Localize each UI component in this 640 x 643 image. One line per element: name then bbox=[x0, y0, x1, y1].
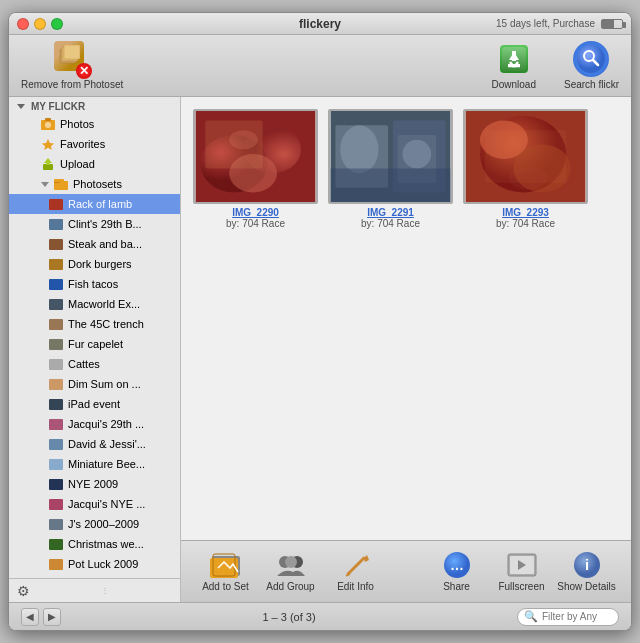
sidebar-item-ipad[interactable]: iPad event bbox=[9, 394, 180, 414]
search-flickr-button[interactable]: Search flickr bbox=[564, 41, 619, 90]
sidebar-item-js2000[interactable]: J's 2000–2009 bbox=[9, 514, 180, 534]
photo-thumb-img2291 bbox=[328, 109, 453, 204]
potluck-label: Pot Luck 2009 bbox=[68, 558, 138, 570]
nye-label: NYE 2009 bbox=[68, 478, 118, 490]
sidebar-item-jacquis-nye[interactable]: Jacqui's NYE ... bbox=[9, 494, 180, 514]
sidebar-item-dim-sum[interactable]: Dim Sum on ... bbox=[9, 374, 180, 394]
svg-rect-34 bbox=[49, 419, 63, 430]
sidebar-item-pot-luck[interactable]: Pot Luck 2009 bbox=[9, 554, 180, 574]
add-to-set-icon bbox=[210, 551, 242, 579]
rack-label: Rack of lamb bbox=[68, 198, 132, 210]
photo-item-img2290[interactable]: IMG_2290 by: 704 Race bbox=[193, 109, 318, 229]
show-details-label: Show Details bbox=[557, 581, 615, 592]
filter-box[interactable]: 🔍 bbox=[517, 608, 619, 626]
nav-prev[interactable]: ◀ ▶ bbox=[21, 608, 61, 626]
show-details-icon: i bbox=[571, 551, 603, 579]
photo-item-img2293[interactable]: IMG_2293 by: 704 Race bbox=[463, 109, 588, 229]
next-button[interactable]: ▶ bbox=[43, 608, 61, 626]
macworld-thumb bbox=[49, 297, 63, 311]
sidebar-item-clints[interactable]: Clint's 29th B... bbox=[9, 214, 180, 234]
sidebar-item-45c-trench[interactable]: The 45C trench bbox=[9, 314, 180, 334]
svg-rect-57 bbox=[331, 168, 451, 202]
steak-label: Steak and ba... bbox=[68, 238, 142, 250]
settings-button[interactable]: ⚙ bbox=[13, 581, 33, 601]
sidebar-item-macworld[interactable]: Macworld Ex... bbox=[9, 294, 180, 314]
svg-rect-36 bbox=[49, 459, 63, 470]
miniature-label: Miniature Bee... bbox=[68, 458, 145, 470]
add-to-set-button[interactable]: Add to Set bbox=[193, 551, 258, 592]
sidebar: MY FLICKR Photos Favorites bbox=[9, 97, 181, 602]
sidebar-item-photos[interactable]: Photos bbox=[9, 114, 180, 134]
js2000-thumb bbox=[49, 517, 63, 531]
trench-thumb bbox=[49, 317, 63, 331]
filter-input[interactable] bbox=[542, 611, 612, 622]
svg-rect-23 bbox=[49, 199, 63, 210]
close-button[interactable] bbox=[17, 18, 29, 30]
davidj-thumb bbox=[49, 437, 63, 451]
nye-thumb bbox=[49, 477, 63, 491]
sidebar-item-jacquis-29th[interactable]: Jacqui's 29th ... bbox=[9, 414, 180, 434]
share-button[interactable]: … Share bbox=[424, 551, 489, 592]
main-content: MY FLICKR Photos Favorites bbox=[9, 97, 631, 602]
sidebar-item-fish-tacos[interactable]: Fish tacos bbox=[9, 274, 180, 294]
photo-item-img2291[interactable]: IMG_2291 by: 704 Race bbox=[328, 109, 453, 229]
sidebar-item-steak[interactable]: Steak and ba... bbox=[9, 234, 180, 254]
photo-grid[interactable]: IMG_2290 by: 704 Race bbox=[181, 97, 631, 540]
fullscreen-button[interactable]: Fullscreen bbox=[489, 551, 554, 592]
miniature-thumb bbox=[49, 457, 63, 471]
fur-thumb bbox=[49, 337, 63, 351]
svg-rect-28 bbox=[49, 299, 63, 310]
sidebar-item-nye-2009[interactable]: NYE 2009 bbox=[9, 474, 180, 494]
photo-name-img2293[interactable]: IMG_2293 bbox=[502, 207, 549, 218]
dimsum-thumb bbox=[49, 377, 63, 391]
filter-search-icon: 🔍 bbox=[524, 610, 538, 623]
sidebar-item-christmas[interactable]: Christmas we... bbox=[9, 534, 180, 554]
photo-by-img2291: by: 704 Race bbox=[361, 218, 420, 229]
sidebar-item-david-jessi[interactable]: David & Jessi'... bbox=[9, 434, 180, 454]
sidebar-item-fur-capelet[interactable]: Fur capelet bbox=[9, 334, 180, 354]
sidebar-item-miniature[interactable]: Miniature Bee... bbox=[9, 454, 180, 474]
svg-text:i: i bbox=[584, 556, 588, 573]
photos-label: Photos bbox=[60, 118, 94, 130]
sidebar-scroll[interactable]: MY FLICKR Photos Favorites bbox=[9, 97, 180, 578]
add-to-group-button[interactable]: Add Group bbox=[258, 551, 323, 592]
sidebar-item-upload[interactable]: Upload bbox=[9, 154, 180, 174]
battery-text: 15 days left, Purchase bbox=[496, 18, 595, 29]
sidebar-item-favorites[interactable]: Favorites bbox=[9, 134, 180, 154]
svg-rect-16 bbox=[45, 118, 51, 121]
svg-rect-31 bbox=[49, 359, 63, 370]
jacquisnye-thumb bbox=[49, 497, 63, 511]
photo-name-img2290[interactable]: IMG_2290 bbox=[232, 207, 279, 218]
edit-info-button[interactable]: Edit Info bbox=[323, 551, 388, 592]
add-to-set-label: Add to Set bbox=[202, 581, 249, 592]
sidebar-item-photosets[interactable]: Photosets bbox=[9, 174, 180, 194]
sidebar-item-rack-of-lamb[interactable]: Rack of lamb bbox=[9, 194, 180, 214]
sidebar-item-cattes[interactable]: Cattes bbox=[9, 354, 180, 374]
sidebar-item-dork-burgers[interactable]: Dork burgers bbox=[9, 254, 180, 274]
share-icon: … bbox=[441, 551, 473, 579]
remove-from-photoset-button[interactable]: ✕ Remove from Photoset bbox=[21, 41, 123, 90]
svg-marker-19 bbox=[44, 158, 52, 165]
fish-thumb bbox=[49, 277, 63, 291]
download-button[interactable]: Download bbox=[492, 41, 536, 90]
prev-button[interactable]: ◀ bbox=[21, 608, 39, 626]
svg-rect-29 bbox=[49, 319, 63, 330]
show-details-button[interactable]: i Show Details bbox=[554, 551, 619, 592]
js2000-label: J's 2000–2009 bbox=[68, 518, 139, 530]
dork-thumb bbox=[49, 257, 63, 271]
maximize-button[interactable] bbox=[51, 18, 63, 30]
svg-point-54 bbox=[340, 125, 378, 173]
svg-point-63 bbox=[509, 167, 547, 190]
remove-badge: ✕ bbox=[76, 63, 92, 79]
photosets-expand-icon bbox=[41, 182, 49, 187]
svg-point-69 bbox=[285, 556, 297, 568]
fur-label: Fur capelet bbox=[68, 338, 123, 350]
add-to-group-label: Add Group bbox=[266, 581, 314, 592]
photo-name-img2291[interactable]: IMG_2291 bbox=[367, 207, 414, 218]
remove-from-photoset-icon: ✕ bbox=[54, 41, 90, 77]
fullscreen-label: Fullscreen bbox=[498, 581, 544, 592]
photos-icon bbox=[41, 117, 55, 131]
resize-handle[interactable]: ⋮ bbox=[33, 586, 176, 595]
minimize-button[interactable] bbox=[34, 18, 46, 30]
dimsum-label: Dim Sum on ... bbox=[68, 378, 141, 390]
